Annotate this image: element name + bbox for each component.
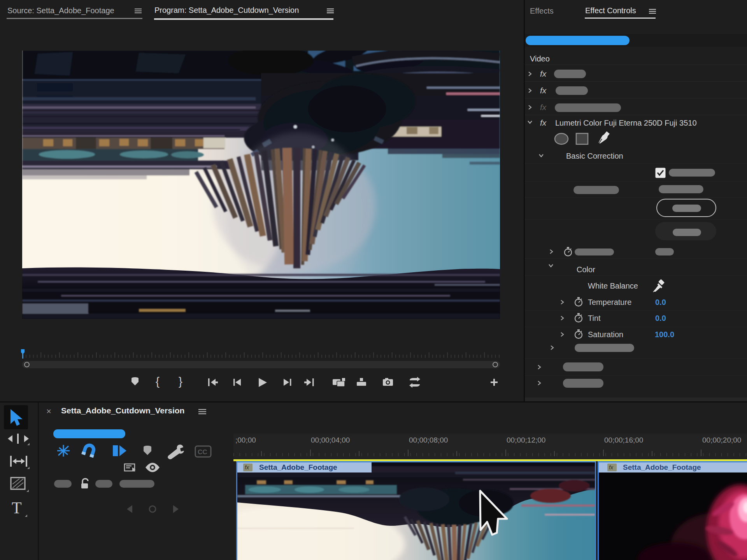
svg-text:fx: fx — [609, 464, 614, 471]
svg-text:fx: fx — [245, 464, 249, 471]
svg-text:CC: CC — [198, 448, 207, 456]
svg-text:}: } — [179, 375, 182, 388]
svg-text:{: { — [156, 375, 160, 388]
